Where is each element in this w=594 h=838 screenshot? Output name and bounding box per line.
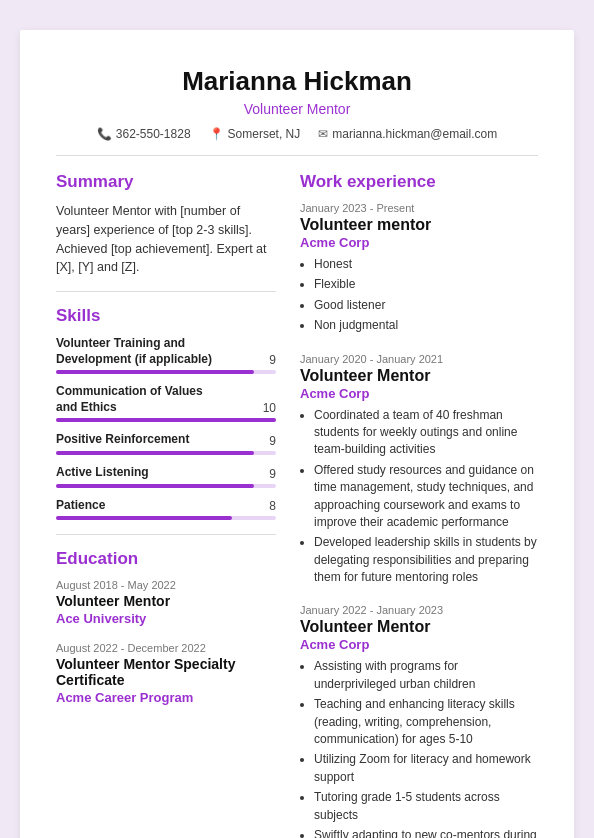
phone-contact: 📞 362-550-1828: [97, 127, 191, 141]
work-bullet: Honest: [314, 256, 538, 273]
candidate-title: Volunteer Mentor: [56, 101, 538, 117]
email-value: marianna.hickman@email.com: [332, 127, 497, 141]
skills-divider: [56, 534, 276, 535]
skill-score: 10: [263, 401, 276, 415]
skill-score: 8: [269, 499, 276, 513]
work-date: January 2022 - January 2023: [300, 604, 538, 616]
phone-icon: 📞: [97, 127, 112, 141]
location-value: Somerset, NJ: [228, 127, 301, 141]
skill-bar-fill: [56, 370, 254, 374]
skill-bar-bg: [56, 484, 276, 488]
header-divider: [56, 155, 538, 156]
summary-text: Volunteer Mentor with [number of years] …: [56, 202, 276, 277]
skill-bar-bg: [56, 370, 276, 374]
skill-item: Volunteer Training and Development (if a…: [56, 336, 276, 374]
work-bullet: Flexible: [314, 276, 538, 293]
work-company: Acme Corp: [300, 235, 538, 250]
work-bullet: Utilizing Zoom for literacy and homework…: [314, 751, 538, 786]
skill-bar-fill: [56, 451, 254, 455]
email-contact: ✉ marianna.hickman@email.com: [318, 127, 497, 141]
work-bullets: Coordinated a team of 40 freshman studen…: [300, 407, 538, 587]
skill-name: Positive Reinforcement: [56, 432, 189, 448]
resume-container: Marianna Hickman Volunteer Mentor 📞 362-…: [20, 30, 574, 838]
work-item: January 2020 - January 2021 Volunteer Me…: [300, 353, 538, 587]
header-section: Marianna Hickman Volunteer Mentor 📞 362-…: [56, 66, 538, 141]
edu-institution: Acme Career Program: [56, 690, 276, 705]
work-bullet: Developed leadership skills in students …: [314, 534, 538, 586]
email-icon: ✉: [318, 127, 328, 141]
work-experience-title: Work experience: [300, 172, 538, 192]
main-columns: Summary Volunteer Mentor with [number of…: [56, 172, 538, 838]
location-icon: 📍: [209, 127, 224, 141]
edu-degree: Volunteer Mentor Specialty Certificate: [56, 656, 276, 688]
work-bullet: Teaching and enhancing literacy skills (…: [314, 696, 538, 748]
edu-institution: Ace University: [56, 611, 276, 626]
skill-name: Active Listening: [56, 465, 149, 481]
skill-bar-bg: [56, 516, 276, 520]
skill-item: Communication of Values and Ethics 10: [56, 384, 276, 422]
skill-bar-fill: [56, 516, 232, 520]
candidate-name: Marianna Hickman: [56, 66, 538, 97]
work-bullet: Good listener: [314, 297, 538, 314]
summary-section: Summary Volunteer Mentor with [number of…: [56, 172, 276, 277]
work-title: Volunteer mentor: [300, 216, 538, 234]
skill-bar-fill: [56, 418, 276, 422]
education-list: August 2018 - May 2022 Volunteer Mentor …: [56, 579, 276, 705]
skill-name: Communication of Values and Ethics: [56, 384, 216, 415]
education-item: August 2022 - December 2022 Volunteer Me…: [56, 642, 276, 705]
phone-value: 362-550-1828: [116, 127, 191, 141]
skill-item: Patience 8: [56, 498, 276, 521]
work-title: Volunteer Mentor: [300, 367, 538, 385]
skill-bar-fill: [56, 484, 254, 488]
skill-name: Patience: [56, 498, 105, 514]
edu-degree: Volunteer Mentor: [56, 593, 276, 609]
summary-title: Summary: [56, 172, 276, 192]
edu-date: August 2022 - December 2022: [56, 642, 276, 654]
edu-date: August 2018 - May 2022: [56, 579, 276, 591]
skill-bar-bg: [56, 418, 276, 422]
work-bullet: Swiftly adapting to new co-mentors durin…: [314, 827, 538, 838]
work-date: January 2020 - January 2021: [300, 353, 538, 365]
skill-item: Positive Reinforcement 9: [56, 432, 276, 455]
skill-bar-bg: [56, 451, 276, 455]
education-item: August 2018 - May 2022 Volunteer Mentor …: [56, 579, 276, 626]
skill-score: 9: [269, 434, 276, 448]
work-bullets: HonestFlexibleGood listenerNon judgmenta…: [300, 256, 538, 335]
education-section: Education August 2018 - May 2022 Volunte…: [56, 549, 276, 705]
work-item: January 2022 - January 2023 Volunteer Me…: [300, 604, 538, 838]
skill-score: 9: [269, 353, 276, 367]
skills-title: Skills: [56, 306, 276, 326]
skill-name: Volunteer Training and Development (if a…: [56, 336, 216, 367]
left-column: Summary Volunteer Mentor with [number of…: [56, 172, 276, 838]
work-bullet: Offered study resources and guidance on …: [314, 462, 538, 532]
work-company: Acme Corp: [300, 637, 538, 652]
work-bullet: Tutoring grade 1-5 students across subje…: [314, 789, 538, 824]
right-column: Work experience January 2023 - Present V…: [300, 172, 538, 838]
work-bullets: Assisting with programs for underprivile…: [300, 658, 538, 838]
work-item: January 2023 - Present Volunteer mentor …: [300, 202, 538, 335]
contact-info: 📞 362-550-1828 📍 Somerset, NJ ✉ marianna…: [56, 127, 538, 141]
work-bullet: Coordinated a team of 40 freshman studen…: [314, 407, 538, 459]
work-bullet: Assisting with programs for underprivile…: [314, 658, 538, 693]
education-title: Education: [56, 549, 276, 569]
work-bullet: Non judgmental: [314, 317, 538, 334]
work-title: Volunteer Mentor: [300, 618, 538, 636]
location-contact: 📍 Somerset, NJ: [209, 127, 301, 141]
skill-item: Active Listening 9: [56, 465, 276, 488]
skills-list: Volunteer Training and Development (if a…: [56, 336, 276, 520]
skill-score: 9: [269, 467, 276, 481]
summary-divider: [56, 291, 276, 292]
work-list: January 2023 - Present Volunteer mentor …: [300, 202, 538, 838]
work-company: Acme Corp: [300, 386, 538, 401]
skills-section: Skills Volunteer Training and Developmen…: [56, 306, 276, 520]
work-date: January 2023 - Present: [300, 202, 538, 214]
